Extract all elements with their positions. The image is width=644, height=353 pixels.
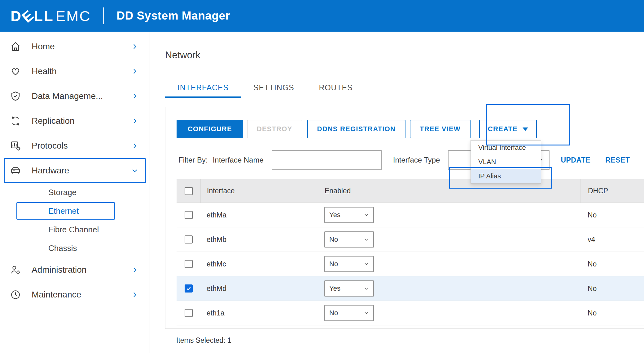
update-link[interactable]: UPDATE bbox=[561, 156, 590, 164]
row-checkbox[interactable] bbox=[185, 211, 193, 219]
header-checkbox[interactable] bbox=[185, 187, 193, 195]
check-icon bbox=[186, 286, 191, 291]
sidebar-item-label: Data Manageme... bbox=[32, 91, 131, 101]
dhcp-cell: No bbox=[580, 211, 644, 219]
filter-row: Filter By: Interface Name Interface Type… bbox=[178, 150, 630, 170]
sidebar-item-home[interactable]: Home bbox=[0, 34, 150, 59]
tab-interfaces[interactable]: INTERFACES bbox=[165, 83, 241, 98]
row-checkbox-checked[interactable] bbox=[185, 284, 193, 293]
table-row: ethMc No No bbox=[177, 252, 644, 276]
sidebar-item-ethernet[interactable]: Ethernet bbox=[16, 202, 115, 220]
clock-icon bbox=[9, 289, 22, 300]
interface-type-label: Interface Type bbox=[393, 156, 440, 164]
menu-item-vlan[interactable]: VLAN bbox=[471, 155, 541, 169]
sync-icon bbox=[9, 115, 22, 127]
enabled-select[interactable]: No bbox=[324, 305, 374, 321]
sidebar-item-storage[interactable]: Storage bbox=[0, 183, 150, 202]
sidebar-item-label: Maintenance bbox=[32, 290, 131, 300]
interface-name-cell: eth1a bbox=[200, 309, 315, 317]
enabled-select-value: No bbox=[329, 260, 338, 268]
admin-user-gear-icon bbox=[9, 264, 22, 275]
dhcp-cell: No bbox=[580, 260, 644, 268]
sidebar-item-protocols[interactable]: Protocols bbox=[0, 133, 150, 158]
top-header-bar: DELL EMC DD System Manager bbox=[0, 0, 644, 32]
dhcp-cell: No bbox=[580, 284, 644, 293]
interface-name-input[interactable] bbox=[272, 150, 382, 170]
row-checkbox[interactable] bbox=[185, 309, 193, 317]
enabled-select-value: Yes bbox=[329, 211, 340, 219]
table-row: ethMb No v4 bbox=[177, 227, 644, 252]
create-button-label: CREATE bbox=[488, 125, 518, 133]
chevron-right-icon bbox=[131, 92, 138, 100]
chevron-right-icon bbox=[131, 142, 138, 150]
column-header-dhcp: DHCP bbox=[580, 179, 644, 203]
ddns-registration-button[interactable]: DDNS REGISTRATION bbox=[307, 120, 405, 138]
chevron-right-icon bbox=[131, 117, 138, 125]
chevron-right-icon bbox=[131, 43, 138, 50]
emc-logo-text: EMC bbox=[56, 7, 91, 25]
create-dropdown-menu: Virtual Interface VLAN IP Alias bbox=[471, 140, 541, 184]
tab-routes[interactable]: ROUTES bbox=[306, 83, 365, 98]
destroy-button[interactable]: DESTROY bbox=[247, 120, 302, 138]
tab-settings[interactable]: SETTINGS bbox=[241, 83, 306, 98]
home-icon bbox=[9, 41, 22, 52]
tree-view-button[interactable]: TREE VIEW bbox=[410, 120, 471, 138]
page-title: Network bbox=[165, 50, 200, 61]
sidebar-item-health[interactable]: Health bbox=[0, 59, 150, 84]
chevron-right-icon bbox=[131, 266, 138, 274]
sidebar-item-label: Administration bbox=[32, 265, 131, 275]
interfaces-panel: CONFIGURE DESTROY DDNS REGISTRATION TREE… bbox=[165, 107, 644, 329]
sidebar-item-label: Replication bbox=[32, 116, 131, 126]
filter-by-label: Filter By: bbox=[178, 156, 208, 164]
interface-name-cell: ethMa bbox=[200, 211, 315, 219]
create-button[interactable]: CREATE bbox=[479, 120, 537, 138]
configure-button[interactable]: CONFIGURE bbox=[177, 120, 243, 138]
chevron-down-icon bbox=[363, 261, 370, 267]
enabled-select-value: No bbox=[329, 309, 338, 317]
chevron-right-icon bbox=[131, 68, 138, 75]
sidebar-item-chassis[interactable]: Chassis bbox=[0, 239, 150, 257]
interface-name-cell: ethMc bbox=[200, 260, 315, 268]
dd-system-manager-screen: DELL EMC DD System Manager Home Health bbox=[0, 0, 644, 353]
app-title: DD System Manager bbox=[116, 9, 230, 22]
caret-down-icon bbox=[523, 127, 528, 131]
heart-icon bbox=[9, 66, 22, 77]
enabled-select[interactable]: No bbox=[324, 256, 374, 272]
enabled-select[interactable]: No bbox=[324, 231, 374, 248]
chevron-right-icon bbox=[131, 291, 138, 298]
chevron-down-icon bbox=[363, 285, 370, 292]
table-row: ethMa Yes No bbox=[177, 203, 644, 227]
interface-name-cell: ethMb bbox=[200, 235, 315, 244]
reset-link[interactable]: RESET bbox=[605, 156, 630, 164]
chevron-down-icon bbox=[363, 236, 370, 243]
sidebar-item-label: Home bbox=[32, 42, 131, 51]
menu-item-ip-alias[interactable]: IP Alias bbox=[471, 169, 541, 183]
menu-item-virtual-interface[interactable]: Virtual Interface bbox=[471, 141, 541, 155]
dhcp-cell: No bbox=[580, 309, 644, 317]
sidebar-item-data-management[interactable]: Data Manageme... bbox=[0, 84, 150, 109]
sidebar-nav: Home Health Data Manageme... bbox=[0, 32, 150, 353]
dell-emc-logo: DELL EMC bbox=[11, 7, 91, 25]
enabled-select[interactable]: Yes bbox=[324, 280, 374, 297]
sidebar-item-fibre-channel[interactable]: Fibre Channel bbox=[0, 220, 150, 239]
chevron-down-icon bbox=[363, 310, 370, 316]
hardware-icon bbox=[9, 165, 22, 176]
enabled-select-value: Yes bbox=[329, 284, 340, 293]
enabled-select[interactable]: Yes bbox=[324, 207, 374, 223]
header-divider bbox=[103, 7, 104, 24]
shield-check-icon bbox=[9, 91, 22, 102]
interfaces-table: Interface Enabled DHCP ethMa Yes No ethM… bbox=[177, 179, 644, 325]
interface-name-label: Interface Name bbox=[213, 156, 264, 164]
dell-logo-text: DELL bbox=[11, 7, 54, 25]
row-checkbox[interactable] bbox=[185, 235, 193, 244]
enabled-select-value: No bbox=[329, 235, 338, 244]
interface-name-cell: ethMd bbox=[200, 284, 315, 293]
column-header-interface: Interface bbox=[200, 179, 315, 203]
sidebar-item-replication[interactable]: Replication bbox=[0, 109, 150, 133]
sidebar-item-hardware[interactable]: Hardware bbox=[4, 158, 146, 183]
sidebar-item-administration[interactable]: Administration bbox=[0, 257, 150, 282]
sidebar-item-maintenance[interactable]: Maintenance bbox=[0, 282, 150, 307]
row-checkbox[interactable] bbox=[185, 260, 193, 268]
interfaces-toolbar: CONFIGURE DESTROY DDNS REGISTRATION TREE… bbox=[177, 120, 537, 138]
protocols-icon bbox=[9, 140, 22, 151]
